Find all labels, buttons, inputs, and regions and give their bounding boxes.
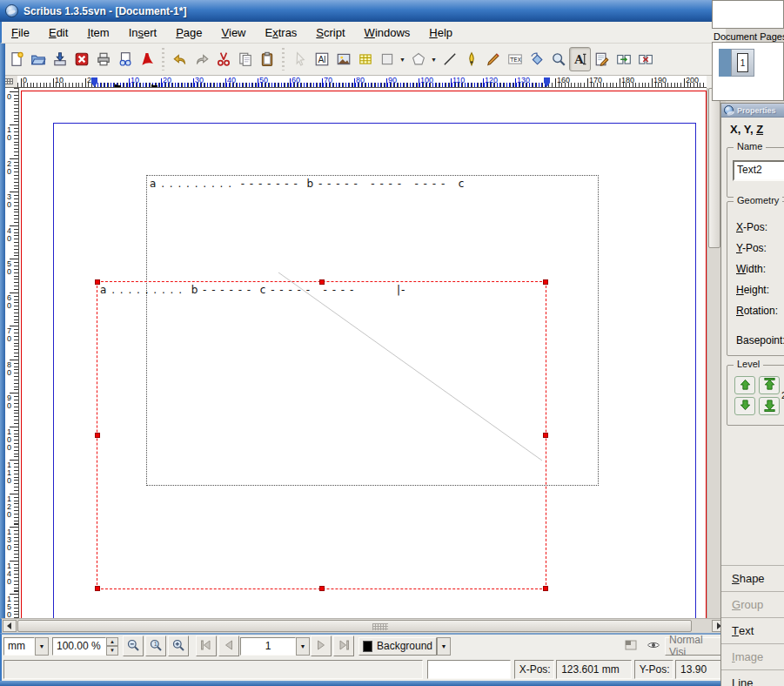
- redo-button[interactable]: [191, 47, 212, 71]
- tab-shape[interactable]: Shape: [721, 565, 784, 591]
- cut-button[interactable]: [212, 47, 234, 71]
- available-pages-area[interactable]: [712, 0, 784, 29]
- selection-handle[interactable]: [319, 586, 325, 591]
- vruler-label: 120: [7, 495, 11, 519]
- vertical-scrollbar-thumb[interactable]: [708, 88, 720, 248]
- text-frame-2-selected[interactable]: a . . . . . . . . . b - - - - - - c - - …: [97, 281, 546, 589]
- menu-item[interactable]: Item: [77, 24, 118, 42]
- close-document-button[interactable]: [70, 47, 92, 71]
- document-canvas[interactable]: a . . . . . . . . . - - - - - - - b - - …: [19, 88, 707, 618]
- text-frame-2-content[interactable]: a . . . . . . . . . b - - - - - - c - - …: [100, 284, 354, 296]
- spin-up-icon[interactable]: ▲: [106, 637, 118, 647]
- menu-windows[interactable]: Windows: [355, 24, 420, 42]
- lower-to-bottom-button[interactable]: [759, 397, 780, 415]
- menu-page[interactable]: Page: [166, 24, 211, 42]
- save-document-button[interactable]: [49, 47, 70, 71]
- zoom-spinner[interactable]: ▲▼: [106, 637, 118, 656]
- hruler-label: 40: [227, 76, 236, 84]
- select-item-button[interactable]: [289, 47, 311, 71]
- unlink-text-frames-button[interactable]: [634, 47, 656, 71]
- previous-page-button[interactable]: [218, 636, 239, 656]
- insert-shape-button[interactable]: [376, 47, 398, 71]
- selection-handle[interactable]: [543, 433, 548, 438]
- insert-bezier-curve-button[interactable]: [460, 47, 482, 71]
- scroll-left-button[interactable]: [3, 620, 17, 632]
- paste-button[interactable]: [256, 47, 278, 71]
- horizontal-ruler[interactable]: 0102016017018019020010203040506070809010…: [17, 76, 707, 88]
- vertical-ruler[interactable]: 0102030405060708090100110120130140150: [5, 88, 19, 618]
- unit-select[interactable]: mm: [3, 637, 35, 656]
- copy-button[interactable]: [234, 47, 256, 71]
- insert-image-frame-button[interactable]: [332, 47, 354, 71]
- zoom-button[interactable]: [547, 47, 569, 71]
- menu-extras[interactable]: Extras: [256, 24, 307, 42]
- new-document-button[interactable]: [5, 47, 27, 71]
- layer-dropdown-arrow-icon[interactable]: ▼: [437, 637, 451, 656]
- menu-help[interactable]: Help: [419, 24, 462, 42]
- next-page-button[interactable]: [311, 636, 332, 656]
- layer-select[interactable]: Background: [358, 637, 437, 656]
- menu-view[interactable]: View: [212, 24, 256, 42]
- open-document-button[interactable]: [27, 47, 49, 71]
- selection-handle[interactable]: [95, 279, 100, 285]
- insert-table-button[interactable]: [354, 47, 376, 71]
- tab-stop-marker-icon[interactable]: [115, 84, 121, 87]
- properties-titlebar[interactable]: Properties: [721, 104, 784, 118]
- insert-polygon-dropdown-arrow-icon[interactable]: ▼: [429, 47, 439, 71]
- text-frame-1-content[interactable]: a . . . . . . . . . - - - - - - - b - - …: [150, 178, 465, 190]
- first-page-button[interactable]: [196, 636, 217, 656]
- hruler-major-tick: [161, 78, 162, 87]
- page-dropdown-arrow-icon[interactable]: ▼: [296, 637, 310, 656]
- selection-handle[interactable]: [95, 433, 100, 438]
- insert-shape-dropdown-arrow-icon[interactable]: ▼: [398, 47, 407, 71]
- page-thumbnail[interactable]: 1: [731, 49, 754, 77]
- name-input[interactable]: Text2: [733, 160, 784, 181]
- vertical-scrollbar[interactable]: [707, 88, 720, 618]
- edit-contents-button[interactable]: A: [569, 47, 591, 71]
- horizontal-scrollbar-thumb[interactable]: [17, 620, 692, 632]
- insert-line-button[interactable]: [439, 47, 460, 71]
- zoom-out-button[interactable]: [123, 636, 144, 656]
- hruler-label: 100: [420, 76, 433, 84]
- unit-dropdown-arrow-icon[interactable]: ▼: [35, 637, 49, 656]
- last-page-button[interactable]: [333, 636, 354, 656]
- export-pdf-button[interactable]: [136, 47, 157, 71]
- insert-freehand-line-button[interactable]: [482, 47, 504, 71]
- story-editor-button[interactable]: [591, 47, 613, 71]
- menu-script[interactable]: Script: [306, 24, 354, 42]
- spin-down-icon[interactable]: ▼: [106, 646, 118, 656]
- tab-stop-marker-icon[interactable]: [151, 84, 157, 87]
- menu-insert[interactable]: Insert: [119, 24, 167, 42]
- raise-to-top-button[interactable]: [759, 376, 780, 394]
- undo-button[interactable]: [169, 47, 191, 71]
- link-text-frames-button[interactable]: [613, 47, 634, 71]
- zoom-100-button[interactable]: 1: [145, 636, 166, 656]
- rotate-item-button[interactable]: [526, 47, 547, 71]
- preview-mode-button[interactable]: [643, 636, 664, 656]
- menu-file[interactable]: File: [2, 24, 39, 42]
- zoom-input[interactable]: 100.00 %: [52, 637, 106, 656]
- zoom-in-button[interactable]: [168, 636, 189, 656]
- tab-text[interactable]: Text: [721, 617, 784, 643]
- tab-line[interactable]: Line: [721, 669, 784, 686]
- selection-handle[interactable]: [319, 279, 325, 285]
- selection-handle[interactable]: [543, 586, 548, 591]
- page-number-select[interactable]: 1: [240, 637, 296, 656]
- menu-edit[interactable]: Edit: [39, 24, 77, 42]
- insert-polygon-button[interactable]: [407, 47, 429, 71]
- selection-handle[interactable]: [95, 586, 100, 591]
- lower-level-button[interactable]: [734, 397, 755, 415]
- vision-select[interactable]: Normal Visi: [665, 637, 726, 656]
- print-button[interactable]: [92, 47, 114, 71]
- titlebar[interactable]: Scribus 1.3.5svn - [Document-1*]: [0, 0, 726, 22]
- tab-xyz[interactable]: X, Y, Z: [730, 123, 763, 136]
- horizontal-scrollbar[interactable]: [0, 618, 726, 633]
- selection-handle[interactable]: [543, 279, 548, 285]
- toggle-images-button[interactable]: [620, 636, 641, 656]
- insert-render-frame-button[interactable]: TEX: [504, 47, 526, 71]
- preflight-verifier-button[interactable]: [114, 47, 136, 71]
- raise-level-button[interactable]: [734, 376, 755, 394]
- document-pages-area[interactable]: 1: [712, 42, 784, 101]
- insert-text-frame-button[interactable]: A: [311, 47, 332, 71]
- geometry-label-height: Height:: [736, 284, 769, 296]
